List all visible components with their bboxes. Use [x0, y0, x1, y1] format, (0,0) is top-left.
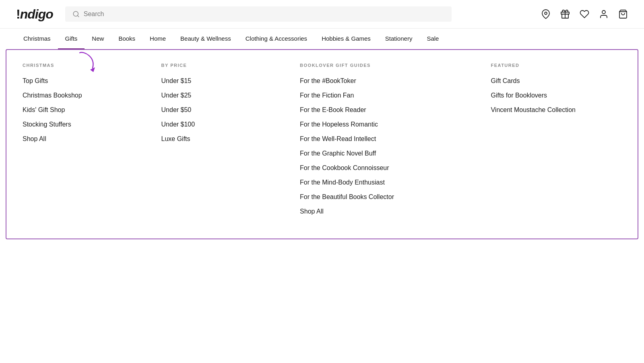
wishlist-icon[interactable]: [580, 9, 589, 19]
nav-item-new[interactable]: New: [85, 29, 111, 49]
gift-icon[interactable]: [560, 9, 570, 19]
link-under-15[interactable]: Under $15: [161, 77, 292, 85]
link-well-read-intellect[interactable]: For the Well-Read Intellect: [300, 135, 483, 143]
christmas-column: CHRISTMAS Top Gifts Christmas Bookshop K…: [23, 63, 153, 222]
logo[interactable]: !ndigo: [16, 7, 53, 22]
search-icon: [72, 10, 80, 18]
link-under-100[interactable]: Under $100: [161, 121, 292, 128]
link-mind-body-enthusiast[interactable]: For the Mind-Body Enthusiast: [300, 179, 483, 186]
link-vincent-moustache[interactable]: Vincent Moustache Collection: [491, 106, 621, 114]
main-nav: Christmas Gifts New Books Home Beauty & …: [0, 29, 644, 49]
svg-point-2: [545, 12, 547, 15]
byprice-column: BY PRICE Under $15 Under $25 Under $50 U…: [161, 63, 292, 222]
header: !ndigo: [0, 0, 644, 29]
nav-item-beauty[interactable]: Beauty & Wellness: [173, 29, 238, 49]
link-beautiful-books-collector[interactable]: For the Beautiful Books Collector: [300, 193, 483, 201]
link-gifts-for-booklovers[interactable]: Gifts for Booklovers: [491, 92, 621, 99]
link-under-25[interactable]: Under $25: [161, 92, 292, 99]
link-ebook-reader[interactable]: For the E-Book Reader: [300, 106, 483, 114]
link-under-50[interactable]: Under $50: [161, 106, 292, 114]
link-fiction-fan[interactable]: For the Fiction Fan: [300, 92, 483, 99]
nav-item-clothing[interactable]: Clothing & Accessories: [238, 29, 314, 49]
nav-item-christmas[interactable]: Christmas: [16, 29, 58, 49]
nav-item-books[interactable]: Books: [111, 29, 142, 49]
arrow-annotation: [76, 49, 100, 75]
link-gift-cards[interactable]: Gift Cards: [491, 77, 621, 85]
link-top-gifts[interactable]: Top Gifts: [23, 77, 153, 85]
gifts-dropdown: CHRISTMAS Top Gifts Christmas Bookshop K…: [6, 49, 638, 239]
svg-line-1: [77, 15, 78, 17]
featured-column: FEATURED Gift Cards Gifts for Booklovers…: [491, 63, 621, 222]
search-input[interactable]: [84, 10, 444, 18]
nav-item-home[interactable]: Home: [142, 29, 173, 49]
link-graphic-novel-buff[interactable]: For the Graphic Novel Buff: [300, 150, 483, 157]
booklover-column-header: BOOKLOVER GIFT GUIDES: [300, 63, 483, 68]
svg-point-5: [602, 10, 605, 14]
header-icons: [541, 9, 628, 19]
link-christmas-bookshop[interactable]: Christmas Bookshop: [23, 92, 153, 99]
link-kids-gift-shop[interactable]: Kids' Gift Shop: [23, 106, 153, 114]
nav-item-stationery[interactable]: Stationery: [378, 29, 420, 49]
booklover-column: BOOKLOVER GIFT GUIDES For the #BookToker…: [300, 63, 483, 222]
link-hopeless-romantic[interactable]: For the Hopeless Romantic: [300, 121, 483, 128]
cart-icon[interactable]: [618, 9, 628, 19]
link-luxe-gifts[interactable]: Luxe Gifts: [161, 135, 292, 143]
nav-item-gifts[interactable]: Gifts: [58, 29, 85, 49]
link-booktoker[interactable]: For the #BookToker: [300, 77, 483, 85]
account-icon[interactable]: [599, 9, 609, 19]
link-cookbook-connoisseur[interactable]: For the Cookbook Connoisseur: [300, 164, 483, 172]
nav-item-hobbies[interactable]: Hobbies & Games: [314, 29, 378, 49]
featured-column-header: FEATURED: [491, 63, 621, 68]
link-booklover-shop-all[interactable]: Shop All: [300, 208, 483, 215]
search-bar[interactable]: [65, 6, 452, 22]
byprice-column-header: BY PRICE: [161, 63, 292, 68]
location-icon[interactable]: [541, 9, 551, 19]
link-christmas-shop-all[interactable]: Shop All: [23, 135, 153, 143]
link-stocking-stuffers[interactable]: Stocking Stuffers: [23, 121, 153, 128]
nav-item-sale[interactable]: Sale: [419, 29, 446, 49]
